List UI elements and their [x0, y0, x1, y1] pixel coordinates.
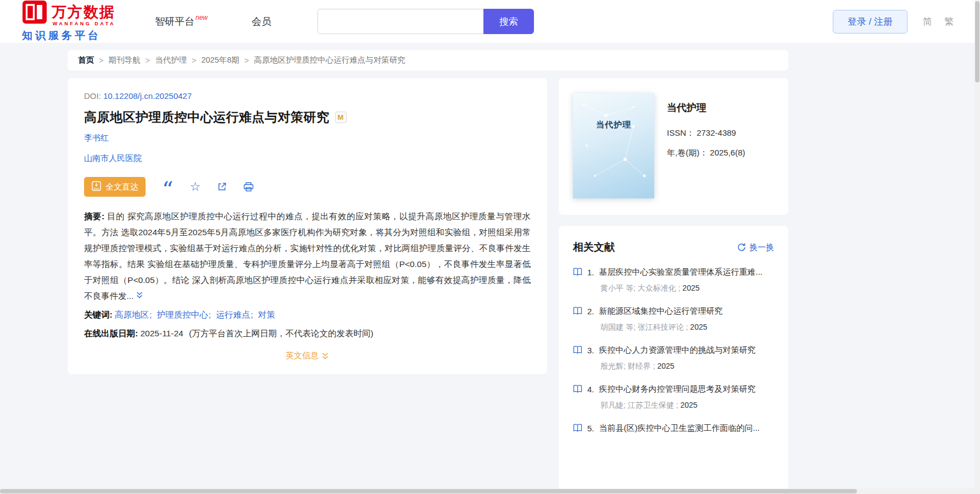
- keywords-label: 关键词:: [84, 310, 113, 319]
- cover-network-decoration: [573, 93, 654, 198]
- journal-cover-title: 当代护理: [573, 120, 654, 130]
- related-item-journal[interactable]: 大众标准化 ;: [638, 284, 681, 292]
- abstract-text: 目的 探究高原地区护理质控中心运行过程中的难点，提出有效的应对策略，以提升高原地…: [84, 212, 531, 301]
- breadcrumb-separator: >: [145, 56, 149, 65]
- vertical-scrollbar[interactable]: [975, 0, 980, 494]
- abstract-section: 摘要: 目的 探究高原地区护理质控中心运行过程中的难点，提出有效的应对策略，以提…: [84, 209, 531, 304]
- related-item-number: 1.: [587, 268, 594, 277]
- affiliation-link[interactable]: 山南市人民医院: [84, 153, 531, 164]
- related-item-year: 2025: [682, 284, 699, 292]
- related-item-year: 2025: [680, 401, 697, 409]
- search-input[interactable]: [318, 9, 483, 34]
- breadcrumb-separator: >: [99, 56, 103, 65]
- journal-info-card: 当代护理 当代护理 ISSN： 2732-4389 年,卷(期)： 2025,6…: [559, 78, 788, 215]
- related-literature-title: 相关文献: [573, 240, 615, 254]
- breadcrumb-separator: >: [192, 56, 196, 65]
- breadcrumb-journal[interactable]: 当代护理: [155, 55, 187, 65]
- keyword-link[interactable]: 护理质控中心: [157, 310, 214, 319]
- login-register-button[interactable]: 登录 / 注册: [833, 10, 907, 34]
- related-item: 3. 疾控中心人力资源管理中的挑战与对策研究 殷光辉; 财经界 ; 2025: [573, 345, 774, 371]
- related-item-number: 5.: [587, 424, 594, 433]
- related-item-number: 4.: [587, 385, 594, 394]
- new-badge: new: [196, 14, 208, 21]
- main-nav: 智研平台new 会员: [155, 15, 271, 28]
- svg-text:free: free: [93, 187, 99, 190]
- nav-zhiyan-platform[interactable]: 智研平台new: [155, 15, 208, 28]
- article-detail-card: DOI: 10.12208/j.cn.20250427 高原地区护理质控中心运行…: [68, 78, 547, 374]
- related-item-number: 2.: [587, 307, 594, 316]
- metrics-badge[interactable]: M: [335, 112, 347, 123]
- breadcrumb-separator: >: [244, 56, 249, 65]
- print-icon[interactable]: [243, 182, 254, 192]
- publication-date-row: 在线出版日期: 2025-11-24 (万方平台首次上网日期，不代表论文的发表时…: [84, 328, 531, 340]
- brand-name-en: WANFANG DATA: [53, 21, 115, 26]
- related-item: 4. 疾控中心财务内控管理问题思考及对策研究 郭凡婕; 江苏卫生保健 ; 202…: [573, 384, 774, 410]
- journal-name: 当代护理: [667, 101, 745, 114]
- expand-abstract-icon[interactable]: [136, 288, 143, 304]
- related-item-journal[interactable]: 财经界 ;: [628, 362, 655, 370]
- export-share-icon[interactable]: [217, 182, 227, 192]
- related-item: 1. 基层疾控中心实验室质量管理体系运行重难... 黄小平 等; 大众标准化 ;…: [573, 267, 774, 293]
- pubdate-value: 2025-11-24: [140, 329, 183, 338]
- wanfang-logo[interactable]: 万方数据 WANFANG DATA 知识服务平台: [22, 0, 115, 43]
- lang-traditional[interactable]: 繁: [944, 15, 954, 28]
- keyword-link[interactable]: 运行难点: [216, 310, 255, 319]
- breadcrumb-current-article: 高原地区护理质控中心运行难点与对策研究: [254, 55, 405, 65]
- fulltext-access-button[interactable]: free 全文直达: [84, 177, 146, 197]
- related-item-title[interactable]: 新能源区域集控中心运行管理研究: [599, 306, 723, 317]
- header: 万方数据 WANFANG DATA 知识服务平台 智研平台new 会员 搜索 登…: [0, 0, 980, 43]
- horizontal-scrollbar[interactable]: [0, 489, 975, 494]
- book-icon: [573, 346, 582, 356]
- book-icon: [573, 268, 582, 277]
- related-item-year: 2025: [657, 362, 674, 370]
- related-item-meta: 殷光辉; 财经界 ; 2025: [600, 362, 774, 371]
- pubdate-label: 在线出版日期:: [84, 329, 138, 338]
- breadcrumb-journal-nav[interactable]: 期刊导航: [108, 55, 140, 65]
- book-icon: [573, 424, 582, 434]
- refresh-related-button[interactable]: 换一换: [737, 242, 774, 253]
- doi-link[interactable]: 10.12208/j.cn.20250427: [103, 91, 192, 101]
- vertical-scrollbar-thumb[interactable]: [975, 1, 979, 82]
- journal-cover[interactable]: 当代护理: [573, 93, 654, 198]
- related-item-author[interactable]: 郭凡婕;: [600, 401, 626, 409]
- breadcrumb-issue[interactable]: 2025年8期: [201, 55, 239, 65]
- related-item-author[interactable]: 胡国建 等;: [600, 323, 636, 331]
- chevron-double-down-icon: [321, 352, 329, 360]
- related-item-title[interactable]: 当前县(区)疾控中心卫生监测工作面临的问...: [599, 423, 760, 434]
- wanfang-logo-icon: [22, 0, 47, 26]
- fulltext-free-icon: free: [91, 181, 102, 193]
- book-icon: [573, 385, 582, 395]
- related-item-title[interactable]: 疾控中心人力资源管理中的挑战与对策研究: [599, 345, 756, 356]
- keywords-section: 关键词: 高原地区 护理质控中心 运行难点 对策: [84, 309, 531, 321]
- related-item-journal[interactable]: 张江科技评论 ;: [638, 323, 688, 331]
- english-info-toggle[interactable]: 英文信息: [84, 351, 531, 361]
- book-icon: [573, 307, 582, 317]
- cite-quote-icon[interactable]: “: [162, 186, 173, 197]
- horizontal-scrollbar-thumb[interactable]: [0, 489, 857, 493]
- related-item: 5. 当前县(区)疾控中心卫生监测工作面临的问...: [573, 423, 774, 434]
- related-item-year: 2025: [690, 323, 707, 331]
- abstract-label: 摘要:: [84, 212, 104, 221]
- related-item-title[interactable]: 疾控中心财务内控管理问题思考及对策研究: [599, 384, 756, 395]
- related-item-meta: 黄小平 等; 大众标准化 ; 2025: [600, 284, 774, 293]
- related-item-number: 3.: [587, 346, 594, 355]
- search-bar: 搜索: [318, 9, 534, 34]
- related-item-journal[interactable]: 江苏卫生保健 ;: [628, 401, 678, 409]
- keyword-link[interactable]: 对策: [258, 310, 275, 319]
- favorite-star-icon[interactable]: ☆: [190, 181, 201, 193]
- related-item-author[interactable]: 殷光辉;: [600, 362, 626, 370]
- related-item-title[interactable]: 基层疾控中心实验室质量管理体系运行重难...: [599, 267, 763, 277]
- related-item-meta: 郭凡婕; 江苏卫生保健 ; 2025: [600, 401, 774, 410]
- article-title: 高原地区护理质控中心运行难点与对策研究: [84, 109, 330, 126]
- breadcrumb-home[interactable]: 首页: [78, 55, 94, 65]
- related-item: 2. 新能源区域集控中心运行管理研究 胡国建 等; 张江科技评论 ; 2025: [573, 306, 774, 332]
- related-item-author[interactable]: 黄小平 等;: [600, 284, 636, 292]
- keyword-link[interactable]: 高原地区: [115, 310, 154, 319]
- author-link[interactable]: 李书红: [84, 133, 531, 143]
- nav-member[interactable]: 会员: [252, 15, 271, 28]
- brand-name: 万方数据: [52, 4, 115, 20]
- lang-simplified[interactable]: 简: [923, 15, 932, 28]
- related-literature-card: 相关文献 换一换 1. 基层疾控中心实验室质量管理体系运行重难... 黄小平 等…: [559, 226, 788, 494]
- search-button[interactable]: 搜索: [483, 9, 534, 34]
- journal-volume-issue: 年,卷(期)： 2025,6(8): [667, 148, 745, 158]
